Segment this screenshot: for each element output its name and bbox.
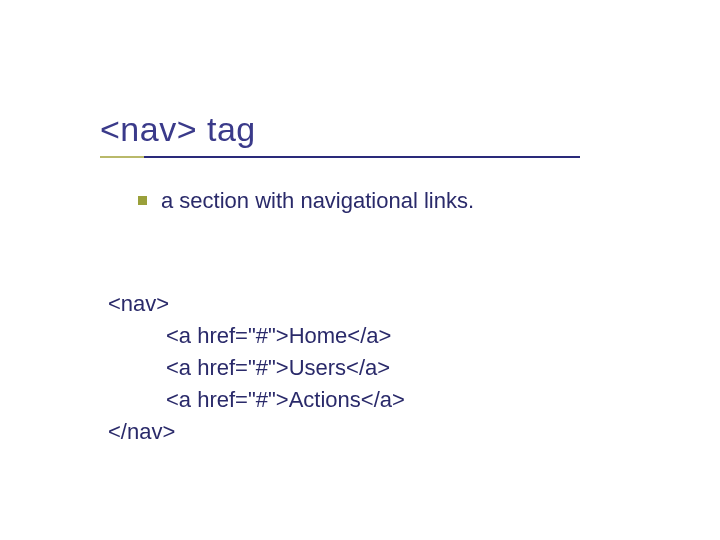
- code-line-3: <a href="#">Actions</a>: [166, 387, 405, 412]
- bullet-text: a section with navigational links.: [161, 188, 474, 214]
- code-block: <nav> <a href="#">Home</a> <a href="#">U…: [108, 288, 405, 447]
- slide: <nav> tag a section with navigational li…: [0, 0, 720, 540]
- slide-title: <nav> tag: [100, 110, 256, 149]
- title-wrap: <nav> tag: [100, 110, 256, 149]
- title-underline-accent: [100, 156, 144, 158]
- square-bullet-icon: [138, 196, 147, 205]
- code-line-2: <a href="#">Users</a>: [166, 355, 390, 380]
- code-close: </nav>: [108, 419, 175, 444]
- code-line-1: <a href="#">Home</a>: [166, 323, 391, 348]
- code-open: <nav>: [108, 291, 169, 316]
- bullet-row: a section with navigational links.: [138, 188, 474, 214]
- title-underline: [100, 156, 580, 158]
